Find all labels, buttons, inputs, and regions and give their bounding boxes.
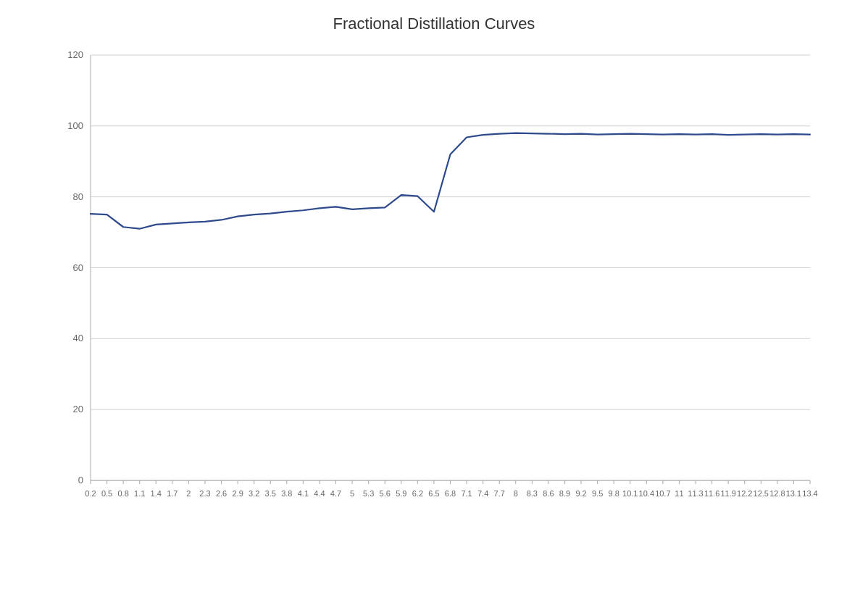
svg-text:60: 60: [73, 262, 83, 273]
svg-text:2.6: 2.6: [216, 489, 227, 498]
svg-text:7.1: 7.1: [461, 489, 472, 498]
svg-text:6.2: 6.2: [412, 489, 423, 498]
chart-area: 0204060801001200.20.50.81.11.41.722.32.6…: [51, 48, 839, 524]
svg-text:4.7: 4.7: [330, 489, 341, 498]
svg-text:11.3: 11.3: [688, 489, 703, 498]
svg-text:0.5: 0.5: [101, 489, 112, 498]
svg-text:1.7: 1.7: [167, 489, 178, 498]
svg-text:120: 120: [67, 49, 83, 60]
svg-text:100: 100: [67, 120, 83, 131]
svg-text:13.4: 13.4: [802, 489, 817, 498]
svg-text:2.3: 2.3: [199, 489, 210, 498]
svg-text:9.8: 9.8: [609, 489, 619, 498]
svg-text:8.6: 8.6: [543, 489, 554, 498]
svg-text:11.6: 11.6: [704, 489, 719, 498]
svg-text:10.4: 10.4: [639, 489, 654, 498]
svg-text:6.8: 6.8: [445, 489, 456, 498]
svg-text:6.5: 6.5: [428, 489, 439, 498]
svg-text:12.5: 12.5: [754, 489, 769, 498]
svg-text:11: 11: [675, 489, 683, 498]
svg-text:8.9: 8.9: [559, 489, 570, 498]
svg-text:40: 40: [73, 333, 83, 343]
svg-text:5.3: 5.3: [363, 489, 374, 498]
svg-text:8.3: 8.3: [527, 489, 538, 498]
svg-text:12.8: 12.8: [769, 489, 785, 498]
svg-text:2.9: 2.9: [232, 489, 243, 498]
chart-title: Fractional Distillation Curves: [51, 14, 839, 33]
chart-container: Fractional Distillation Curves 020406080…: [0, 0, 868, 592]
svg-text:4.4: 4.4: [314, 489, 325, 498]
chart-svg: 0204060801001200.20.50.81.11.41.722.32.6…: [51, 48, 839, 524]
svg-text:10.1: 10.1: [622, 489, 638, 498]
svg-text:4.1: 4.1: [298, 489, 309, 498]
svg-text:1.1: 1.1: [134, 489, 145, 498]
svg-text:11.9: 11.9: [720, 489, 735, 498]
svg-text:12.2: 12.2: [737, 489, 752, 498]
svg-text:20: 20: [73, 404, 83, 414]
svg-text:13.1: 13.1: [786, 489, 801, 498]
svg-text:1.4: 1.4: [151, 489, 162, 498]
svg-text:9.2: 9.2: [575, 489, 586, 498]
svg-text:80: 80: [73, 191, 83, 202]
svg-text:3.5: 3.5: [265, 489, 276, 498]
svg-text:3.8: 3.8: [281, 489, 292, 498]
svg-text:5: 5: [350, 489, 354, 498]
svg-text:0: 0: [78, 475, 83, 485]
svg-text:8: 8: [514, 489, 518, 498]
svg-text:0.8: 0.8: [117, 489, 128, 498]
svg-text:2: 2: [186, 489, 191, 498]
svg-text:5.6: 5.6: [380, 489, 391, 498]
svg-text:9.5: 9.5: [592, 489, 603, 498]
svg-text:7.7: 7.7: [494, 489, 505, 498]
svg-text:3.2: 3.2: [249, 489, 259, 498]
svg-text:0.2: 0.2: [85, 489, 96, 498]
svg-text:7.4: 7.4: [477, 489, 488, 498]
svg-text:5.9: 5.9: [396, 489, 406, 498]
svg-text:10.7: 10.7: [655, 489, 670, 498]
